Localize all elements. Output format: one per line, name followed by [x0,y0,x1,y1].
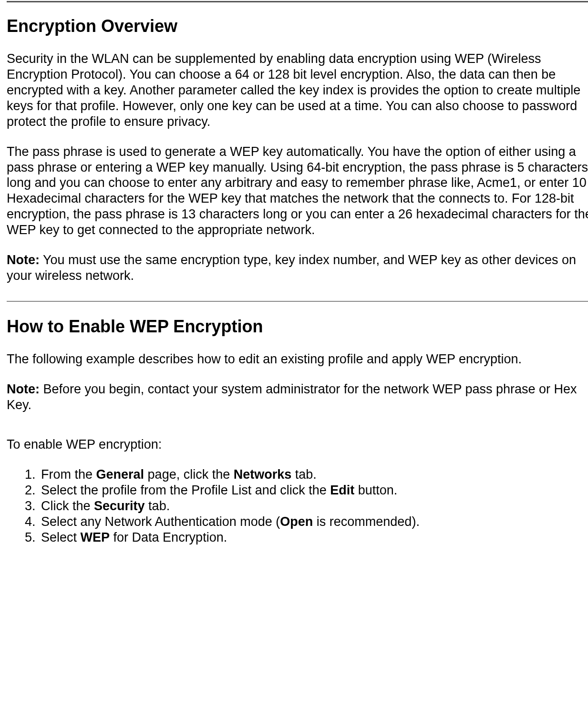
enable-wep-intro: The following example describes how to e… [7,351,588,367]
top-divider [7,1,588,2]
step-text: Select the profile from the Profile List… [41,483,330,497]
step-text: button. [354,483,397,497]
step-bold: Security [94,499,145,513]
step-bold: Edit [330,483,354,497]
note-text: Before you begin, contact your system ad… [7,382,577,412]
heading-enable-wep: How to Enable WEP Encryption [7,316,588,337]
step-text: tab. [291,467,317,482]
list-item: Click the Security tab. [39,498,588,514]
step-bold: Networks [234,467,292,482]
enable-wep-note: Note: Before you begin, contact your sys… [7,381,588,413]
step-text: is recommended). [313,514,420,529]
step-text: Select any Network Authentication mode ( [41,514,280,529]
list-item: Select any Network Authentication mode (… [39,514,588,530]
overview-paragraph-2: The pass phrase is used to generate a WE… [7,144,588,238]
heading-encryption-overview: Encryption Overview [7,16,588,37]
step-bold: Open [280,514,313,529]
list-item: From the General page, click the Network… [39,467,588,483]
step-bold: WEP [81,530,110,545]
steps-list: From the General page, click the Network… [7,467,588,545]
enable-wep-lead: To enable WEP encryption: [7,437,588,452]
note-label: Note: [7,382,40,396]
list-item: Select WEP for Data Encryption. [39,530,588,545]
overview-paragraph-1: Security in the WLAN can be supplemented… [7,51,588,130]
step-text: Select [41,530,81,545]
overview-note: Note: You must use the same encryption t… [7,252,588,284]
note-label: Note: [7,253,40,267]
step-bold: General [96,467,144,482]
list-item: Select the profile from the Profile List… [39,483,588,498]
section-divider [7,301,588,302]
step-text: Click the [41,499,94,513]
step-text: for Data Encryption. [110,530,227,545]
note-text: You must use the same encryption type, k… [7,253,576,283]
step-text: tab. [145,499,170,513]
step-text: page, click the [144,467,234,482]
step-text: From the [41,467,96,482]
